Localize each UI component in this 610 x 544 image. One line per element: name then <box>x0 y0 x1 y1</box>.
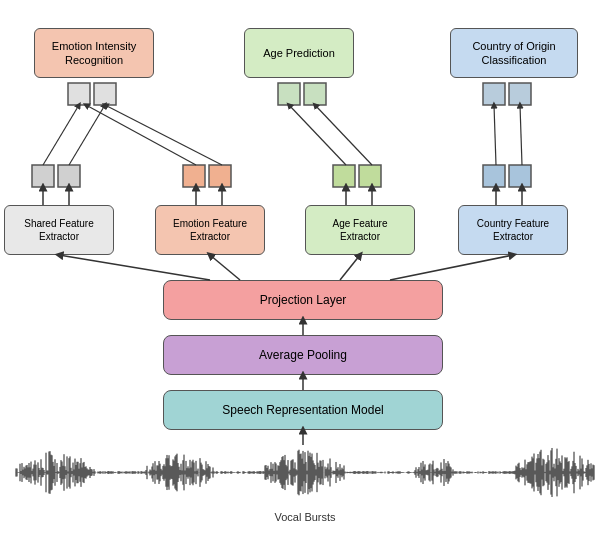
age-task-box: Age Prediction <box>244 28 354 78</box>
age-feat-label: Age FeatureExtractor <box>332 217 387 243</box>
svg-line-24 <box>86 105 196 165</box>
svg-line-31 <box>210 255 240 280</box>
waveform-label: Vocal Bursts <box>274 511 335 523</box>
emotion-task-label: Emotion Intensity Recognition <box>39 39 149 68</box>
emotion-task-box: Emotion Intensity Recognition <box>34 28 154 78</box>
svg-rect-5 <box>509 83 531 105</box>
svg-rect-11 <box>359 165 381 187</box>
projection-label: Projection Layer <box>260 293 347 307</box>
svg-line-33 <box>390 255 513 280</box>
speech-model-box: Speech Representation Model <box>163 390 443 430</box>
waveform-area: Vocal Bursts <box>0 445 610 525</box>
projection-layer-box: Projection Layer <box>163 280 443 320</box>
svg-line-30 <box>59 255 210 280</box>
svg-rect-10 <box>333 165 355 187</box>
svg-rect-6 <box>32 165 54 187</box>
age-task-label: Age Prediction <box>263 46 335 60</box>
svg-line-23 <box>69 105 105 165</box>
svg-line-27 <box>315 105 372 165</box>
svg-rect-8 <box>183 165 205 187</box>
age-feature-extractor: Age FeatureExtractor <box>305 205 415 255</box>
svg-line-25 <box>105 105 222 165</box>
speech-label: Speech Representation Model <box>222 403 383 417</box>
svg-rect-3 <box>304 83 326 105</box>
svg-rect-1 <box>94 83 116 105</box>
shared-feat-label: Shared FeatureExtractor <box>24 217 94 243</box>
svg-line-29 <box>520 105 522 165</box>
svg-rect-13 <box>509 165 531 187</box>
emotion-feature-extractor: Emotion FeatureExtractor <box>155 205 265 255</box>
svg-rect-7 <box>58 165 80 187</box>
diagram-container: Emotion Intensity Recognition Age Predic… <box>0 0 610 544</box>
country-task-label: Country of OriginClassification <box>472 39 555 68</box>
pooling-label: Average Pooling <box>259 348 347 362</box>
svg-line-28 <box>494 105 496 165</box>
svg-rect-4 <box>483 83 505 105</box>
avg-pooling-box: Average Pooling <box>163 335 443 375</box>
svg-rect-0 <box>68 83 90 105</box>
country-task-box: Country of OriginClassification <box>450 28 578 78</box>
svg-rect-2 <box>278 83 300 105</box>
waveform-canvas <box>15 445 595 500</box>
shared-feature-extractor: Shared FeatureExtractor <box>4 205 114 255</box>
country-feature-extractor: Country FeatureExtractor <box>458 205 568 255</box>
svg-rect-12 <box>483 165 505 187</box>
svg-line-32 <box>340 255 360 280</box>
emotion-feat-label: Emotion FeatureExtractor <box>173 217 247 243</box>
svg-rect-9 <box>209 165 231 187</box>
svg-line-26 <box>289 105 346 165</box>
country-feat-label: Country FeatureExtractor <box>477 217 549 243</box>
svg-line-22 <box>43 105 79 165</box>
